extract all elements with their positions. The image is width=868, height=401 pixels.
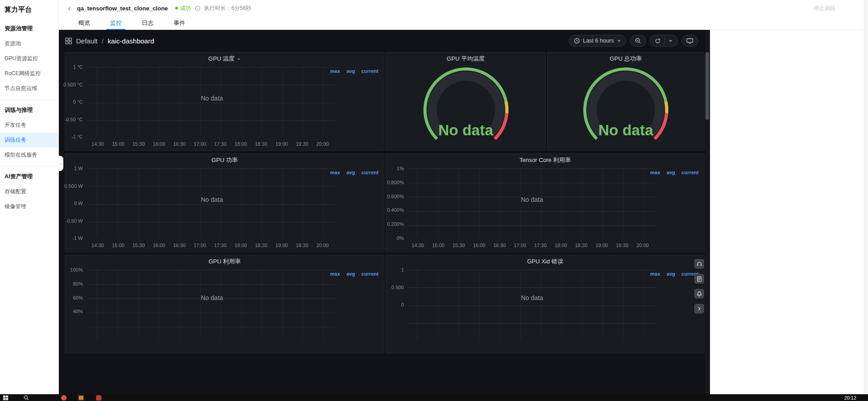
- panel-title[interactable]: GPU 温度: [65, 53, 384, 65]
- legend-avg[interactable]: avg: [346, 68, 355, 74]
- app-root: 算力平台 资源池管理 资源池 GPU资源监控 RoCE网络监控 节点自愈运维 训…: [0, 0, 868, 401]
- x-axis: 14:3015:00 15:3016:00 16:3017:00 17:3018…: [88, 141, 336, 147]
- tab-monitoring[interactable]: 监控: [106, 16, 125, 29]
- taskbar-search-button[interactable]: [24, 395, 29, 401]
- expand-button[interactable]: [694, 304, 704, 314]
- legend-avg[interactable]: avg: [667, 271, 675, 277]
- clock-icon: [574, 38, 580, 44]
- sidebar-item-gpu-monitor[interactable]: GPU资源监控: [0, 51, 58, 66]
- no-data-label: No data: [201, 294, 223, 301]
- taskbar-clock[interactable]: 20:12: [844, 395, 856, 401]
- bell-icon: [696, 291, 702, 297]
- zoom-out-icon: [635, 38, 641, 44]
- legend: max avg current: [330, 271, 379, 277]
- windows-start-button[interactable]: [3, 395, 8, 400]
- zoom-out-button[interactable]: [630, 35, 646, 47]
- sidebar-item-train-task[interactable]: 训练任务: [0, 133, 58, 148]
- legend-avg[interactable]: avg: [346, 271, 355, 277]
- search-icon: [24, 395, 29, 401]
- legend-max[interactable]: max: [330, 170, 340, 175]
- app-icon: [79, 396, 83, 400]
- tab-overview[interactable]: 概览: [75, 16, 94, 29]
- sidebar-section-assets: AI资产管理 存储配置 镜像管理: [0, 168, 58, 218]
- panel-gpu-total-power: GPU 总功率 No data: [547, 52, 705, 151]
- sidebar-item-model-service[interactable]: 模型在线服务: [0, 148, 58, 162]
- support-button[interactable]: [694, 259, 704, 269]
- legend-current[interactable]: current: [681, 170, 699, 175]
- legend-current[interactable]: current: [361, 271, 379, 277]
- status-dot: [175, 7, 178, 10]
- panel-title[interactable]: GPU 功率: [65, 154, 384, 167]
- time-range-picker[interactable]: Last 6 hours: [569, 35, 626, 47]
- sidebar-item-node-ops[interactable]: 节点自愈运维: [0, 81, 58, 96]
- sidebar: 算力平台 资源池管理 资源池 GPU资源监控 RoCE网络监控 节点自愈运维 训…: [0, 0, 59, 394]
- dashboards-grid-icon[interactable]: [65, 38, 72, 44]
- legend-max[interactable]: max: [650, 170, 660, 175]
- announcement-button[interactable]: [694, 289, 704, 299]
- chevron-left-icon: ‹: [60, 161, 62, 166]
- docs-button[interactable]: [694, 274, 704, 284]
- plot-area[interactable]: No data: [88, 168, 336, 238]
- plot-area[interactable]: No data: [408, 270, 656, 339]
- sidebar-collapse-handle[interactable]: ‹: [59, 156, 63, 171]
- legend: max avg current: [650, 271, 699, 277]
- breadcrumb: Default / kaic-dashboard: [65, 37, 154, 45]
- panel-title[interactable]: GPU Xid 错误: [386, 255, 704, 268]
- plot-area[interactable]: No data: [88, 67, 336, 137]
- chevron-down-icon: [668, 38, 673, 43]
- grafana-dashboard: Default / kaic-dashboard Last 6 hours: [59, 30, 710, 394]
- floating-helper-widget: [694, 259, 704, 314]
- y-axis: 1 0.500 0: [386, 270, 407, 339]
- app-title: 算力平台: [0, 0, 58, 20]
- sidebar-item-dev-task[interactable]: 开发任务: [0, 118, 58, 133]
- legend-max[interactable]: max: [330, 271, 340, 277]
- legend-max[interactable]: max: [650, 271, 660, 277]
- plot-area[interactable]: No data: [408, 168, 656, 238]
- plot-area[interactable]: No data: [88, 270, 336, 339]
- back-button[interactable]: ‹: [68, 4, 71, 12]
- tab-events[interactable]: 事件: [170, 16, 189, 29]
- sidebar-item-resource-pool[interactable]: 资源池: [0, 36, 58, 51]
- dashboard-toolbar: Last 6 hours: [569, 35, 698, 47]
- tab-logs[interactable]: 日志: [138, 16, 157, 29]
- headset-icon: [696, 261, 702, 267]
- duration-label: 执行时长：6分56秒: [204, 5, 251, 12]
- dashboard-scrollbar-thumb[interactable]: [705, 52, 709, 120]
- windows-icon: [3, 395, 8, 400]
- panel-title[interactable]: GPU 总功率: [547, 53, 704, 65]
- chevron-right-icon: [696, 306, 702, 311]
- sidebar-item-image-mgmt[interactable]: 镜像管理: [0, 199, 58, 214]
- legend-avg[interactable]: avg: [346, 170, 355, 175]
- taskbar-app-2[interactable]: [78, 395, 84, 401]
- taskbar-app-3[interactable]: [96, 395, 101, 401]
- panel-title[interactable]: Tensor Core 利用率: [386, 154, 704, 167]
- refresh-button-group[interactable]: [650, 35, 678, 47]
- sidebar-section-title: AI资产管理: [0, 168, 58, 184]
- no-data-label: No data: [386, 122, 545, 139]
- legend-avg[interactable]: avg: [667, 170, 675, 175]
- legend-current[interactable]: current: [361, 68, 379, 74]
- no-data-label: No data: [201, 196, 223, 203]
- panel-gpu-xid: GPU Xid 错误 1 0.500 0 No data max avg cur…: [386, 255, 705, 353]
- sidebar-item-storage-config[interactable]: 存储配置: [0, 184, 58, 199]
- sidebar-section-resource: 资源池管理 资源池 GPU资源监控 RoCE网络监控 节点自愈运维: [0, 20, 58, 100]
- taskbar-app-1[interactable]: [61, 395, 67, 401]
- time-range-label: Last 6 hours: [583, 38, 614, 44]
- info-icon[interactable]: [195, 5, 201, 11]
- stop-training-button[interactable]: 停止训练: [814, 5, 835, 12]
- tab-bar: 概览 监控 日志 事件: [59, 16, 868, 30]
- panel-title[interactable]: GPU 平均温度: [386, 53, 545, 65]
- page-scrollbar-track: [864, 0, 868, 394]
- legend-current[interactable]: current: [361, 170, 379, 175]
- task-title: qa_tensorflow_test_clone_clone: [77, 5, 168, 12]
- breadcrumb-dashboard-name[interactable]: kaic-dashboard: [108, 37, 154, 45]
- breadcrumb-separator: /: [102, 37, 104, 45]
- legend-max[interactable]: max: [330, 68, 340, 74]
- panel-title[interactable]: GPU 利用率: [65, 255, 384, 268]
- sidebar-item-roce-monitor[interactable]: RoCE网络监控: [0, 66, 58, 81]
- no-data-label: No data: [521, 294, 543, 301]
- top-header: ‹ qa_tensorflow_test_clone_clone 成功 执行时长…: [59, 0, 868, 16]
- tv-mode-button[interactable]: [681, 35, 698, 47]
- breadcrumb-folder[interactable]: Default: [76, 37, 98, 45]
- y-axis: 1% 0.800% 0.600% 0.400% 0.200% 0%: [386, 168, 407, 238]
